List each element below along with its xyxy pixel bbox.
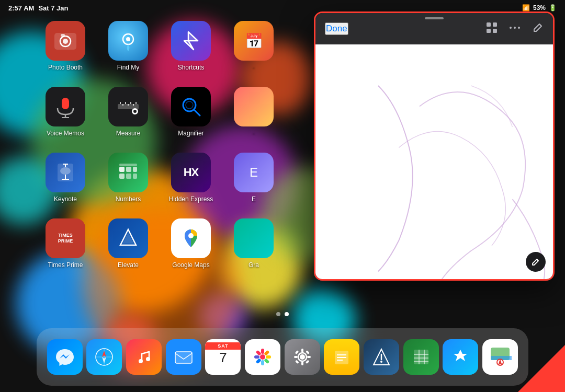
svg-point-46 bbox=[139, 359, 143, 363]
status-time-date: 2:57 AM Sat 7 Jan bbox=[8, 4, 68, 12]
calendar-icon: SAT 7 bbox=[205, 339, 241, 375]
page-dot-1[interactable] bbox=[285, 312, 289, 316]
dock-music[interactable] bbox=[126, 339, 162, 375]
app-numbers[interactable]: Numbers bbox=[105, 153, 152, 203]
times-prime-label: Times Prime bbox=[48, 261, 83, 269]
modal-compose-button[interactable] bbox=[532, 22, 544, 36]
svg-rect-48 bbox=[175, 352, 192, 363]
app-partial3[interactable]: E E bbox=[230, 153, 277, 203]
app-magnifier[interactable]: Magnifier bbox=[167, 87, 214, 137]
app-measure[interactable]: Measure bbox=[105, 87, 152, 137]
sheets-icon bbox=[403, 339, 439, 375]
dock-settings[interactable] bbox=[285, 339, 320, 375]
app-hidden-express[interactable]: HX Hidden Express bbox=[167, 153, 214, 203]
modal-body bbox=[315, 44, 553, 279]
find-my-icon bbox=[108, 21, 148, 61]
photo-booth-label: Photo Booth bbox=[48, 64, 83, 71]
svg-point-47 bbox=[146, 357, 150, 361]
page-dots bbox=[276, 312, 289, 316]
partial2-icon bbox=[234, 87, 274, 126]
svg-rect-65 bbox=[306, 350, 310, 354]
svg-rect-50 bbox=[261, 349, 264, 354]
svg-point-92 bbox=[518, 27, 520, 29]
dock-messenger[interactable] bbox=[47, 339, 83, 375]
voice-memos-icon bbox=[46, 87, 85, 126]
modal-action-buttons bbox=[486, 22, 544, 36]
status-bar: 2:57 AM Sat 7 Jan 📶 53% 🔋 bbox=[0, 0, 565, 16]
svg-rect-36 bbox=[119, 164, 137, 166]
keynote-label: Keynote bbox=[54, 195, 77, 203]
partial1-label: - bbox=[253, 64, 255, 71]
status-time: 2:57 AM bbox=[8, 4, 34, 12]
svg-rect-64 bbox=[295, 350, 299, 354]
svg-line-94 bbox=[537, 259, 538, 261]
app-find-my[interactable]: Find My bbox=[105, 21, 152, 71]
svg-point-90 bbox=[510, 27, 512, 29]
mail-icon bbox=[166, 339, 201, 375]
page-dot-0[interactable] bbox=[276, 312, 280, 316]
dock-photos[interactable] bbox=[245, 339, 280, 375]
wifi-icon: 📶 bbox=[522, 4, 530, 11]
elevate-label: Elevate bbox=[118, 261, 139, 269]
modal-done-button[interactable]: Done bbox=[325, 22, 348, 35]
notes-modal: Done bbox=[314, 11, 555, 281]
svg-rect-55 bbox=[256, 358, 262, 364]
photo-booth-icon bbox=[46, 21, 85, 61]
elevate-icon bbox=[108, 218, 148, 258]
svg-rect-34 bbox=[126, 174, 131, 179]
svg-rect-31 bbox=[126, 167, 131, 172]
battery-icon: 🔋 bbox=[549, 4, 557, 11]
svg-rect-33 bbox=[119, 174, 125, 179]
svg-rect-66 bbox=[295, 360, 299, 364]
times-prime-icon: TIMESPRIME bbox=[46, 218, 85, 258]
app-partial1[interactable]: 📅 - bbox=[230, 21, 277, 71]
drawing-canvas bbox=[315, 44, 553, 279]
dock-sheets[interactable] bbox=[403, 339, 439, 375]
partial3-icon: E bbox=[234, 153, 274, 192]
partial4-label: Gra bbox=[248, 261, 259, 269]
app-partial4[interactable]: Gra bbox=[230, 218, 277, 269]
settings-icon bbox=[285, 339, 320, 375]
numbers-icon bbox=[108, 153, 148, 192]
app-google-maps[interactable]: Google Maps bbox=[167, 218, 214, 269]
svg-rect-87 bbox=[493, 22, 497, 27]
svg-rect-32 bbox=[133, 167, 137, 172]
app-photo-booth[interactable]: Photo Booth bbox=[42, 21, 89, 71]
music-icon bbox=[126, 339, 162, 375]
app-times-prime[interactable]: TIMESPRIME Times Prime bbox=[42, 218, 89, 269]
google-maps-label: Google Maps bbox=[172, 261, 209, 269]
buildwatch-icon bbox=[364, 339, 399, 375]
dock-calendar[interactable]: SAT 7 bbox=[205, 339, 241, 375]
modal-more-button[interactable] bbox=[509, 22, 521, 36]
svg-rect-56 bbox=[254, 355, 259, 359]
app-elevate[interactable]: Elevate bbox=[105, 218, 152, 269]
svg-point-20 bbox=[133, 110, 137, 113]
dock-mail[interactable] bbox=[166, 339, 201, 375]
dock-notes[interactable] bbox=[324, 339, 359, 375]
app-shortcuts[interactable]: Shortcuts bbox=[167, 21, 214, 71]
find-my-label: Find My bbox=[117, 64, 140, 71]
measure-icon bbox=[108, 87, 148, 126]
svg-point-49 bbox=[260, 354, 265, 360]
svg-point-23 bbox=[186, 101, 193, 109]
partial3-label: E bbox=[252, 195, 256, 203]
pencil-tool-button[interactable] bbox=[526, 252, 546, 272]
svg-rect-57 bbox=[256, 350, 262, 356]
svg-rect-75 bbox=[414, 350, 428, 364]
shortcuts-label: Shortcuts bbox=[178, 64, 205, 71]
app-grid: Photo Booth Find My Shortcuts 📅 - bbox=[42, 21, 277, 269]
partial2-label: - bbox=[253, 130, 255, 137]
app-keynote[interactable]: Keynote bbox=[42, 153, 89, 203]
dock-safari[interactable] bbox=[86, 339, 122, 375]
modal-grid-button[interactable] bbox=[486, 22, 498, 36]
svg-rect-88 bbox=[487, 29, 491, 33]
notes-icon bbox=[324, 339, 359, 375]
dock-maps[interactable] bbox=[482, 339, 518, 375]
dock-buildwatch[interactable] bbox=[364, 339, 399, 375]
app-voice-memos[interactable]: Voice Memos bbox=[42, 87, 89, 137]
dock-appstore[interactable] bbox=[443, 339, 478, 375]
app-partial2[interactable]: - bbox=[230, 87, 277, 137]
safari-icon bbox=[86, 339, 122, 375]
svg-rect-67 bbox=[306, 360, 310, 364]
svg-rect-52 bbox=[266, 355, 271, 359]
